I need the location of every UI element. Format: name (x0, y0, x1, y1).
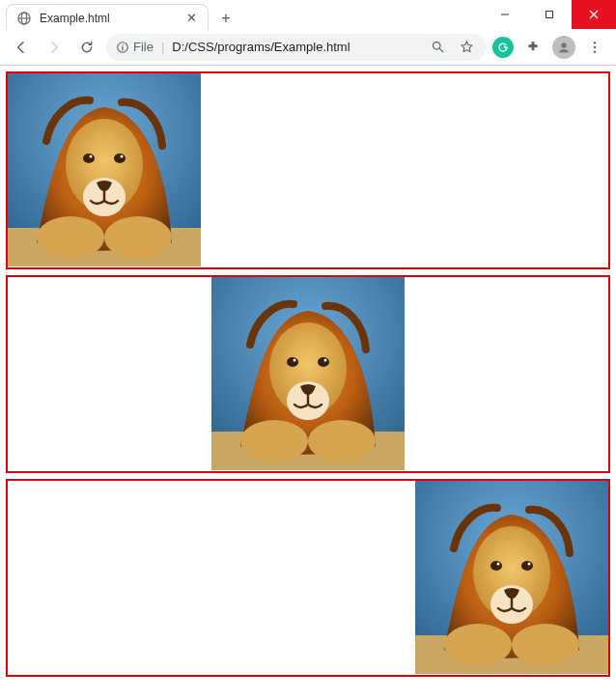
svg-point-12 (561, 42, 566, 47)
reload-button[interactable] (73, 34, 100, 61)
demo-box-1 (6, 71, 610, 269)
svg-point-23 (121, 155, 124, 158)
window-close-button[interactable] (572, 0, 616, 29)
svg-point-30 (287, 357, 298, 367)
svg-rect-4 (546, 12, 553, 18)
svg-point-43 (528, 563, 531, 566)
url-text: D:/CSS/programs/Example.html (172, 40, 419, 54)
toolbar: File | D:/CSS/programs/Example.html (0, 29, 616, 66)
svg-point-33 (324, 359, 327, 362)
zoom-icon[interactable] (427, 37, 448, 58)
svg-point-15 (594, 50, 596, 52)
extensions-icon[interactable] (519, 34, 546, 61)
lion-image (8, 73, 201, 266)
svg-point-9 (122, 43, 123, 44)
page-content (0, 66, 616, 700)
back-button[interactable] (8, 34, 35, 61)
svg-line-11 (439, 48, 442, 51)
grammarly-extension-icon[interactable] (492, 37, 514, 58)
profile-avatar-icon[interactable] (552, 36, 575, 59)
svg-point-44 (444, 624, 512, 666)
omnibox-separator: | (161, 40, 164, 54)
svg-point-32 (294, 359, 296, 362)
browser-window: Example.html ✕ + (0, 0, 616, 700)
svg-point-40 (490, 561, 502, 571)
svg-point-45 (512, 624, 579, 666)
browser-tab[interactable]: Example.html ✕ (6, 4, 209, 31)
tab-close-icon[interactable]: ✕ (184, 12, 198, 25)
svg-point-42 (497, 563, 500, 566)
svg-point-35 (308, 420, 376, 462)
minimize-button[interactable] (483, 0, 527, 29)
forward-button[interactable] (41, 34, 68, 61)
svg-point-20 (83, 154, 95, 163)
svg-point-24 (37, 216, 104, 259)
svg-point-41 (521, 561, 533, 571)
svg-point-25 (104, 216, 172, 259)
svg-point-10 (433, 42, 440, 50)
svg-point-14 (594, 45, 596, 47)
new-tab-button[interactable]: + (214, 7, 238, 30)
omnibox[interactable]: File | D:/CSS/programs/Example.html (106, 34, 487, 61)
lion-image (415, 481, 608, 674)
svg-point-31 (318, 357, 329, 367)
svg-point-22 (90, 155, 93, 158)
bookmark-star-icon[interactable] (456, 37, 477, 58)
info-icon[interactable]: File (116, 40, 154, 54)
tab-title: Example.html (40, 12, 177, 25)
globe-icon (16, 11, 32, 26)
tab-strip: Example.html ✕ + (0, 0, 483, 29)
svg-point-13 (594, 42, 596, 43)
kebab-menu-icon[interactable] (581, 34, 608, 61)
svg-point-34 (240, 420, 308, 462)
maximize-button[interactable] (527, 0, 572, 29)
window-controls (483, 0, 616, 29)
lion-image (211, 277, 405, 470)
demo-box-3 (6, 479, 610, 677)
demo-box-2 (6, 275, 610, 473)
titlebar: Example.html ✕ + (0, 0, 616, 29)
svg-point-21 (114, 154, 126, 163)
file-label: File (133, 40, 154, 54)
